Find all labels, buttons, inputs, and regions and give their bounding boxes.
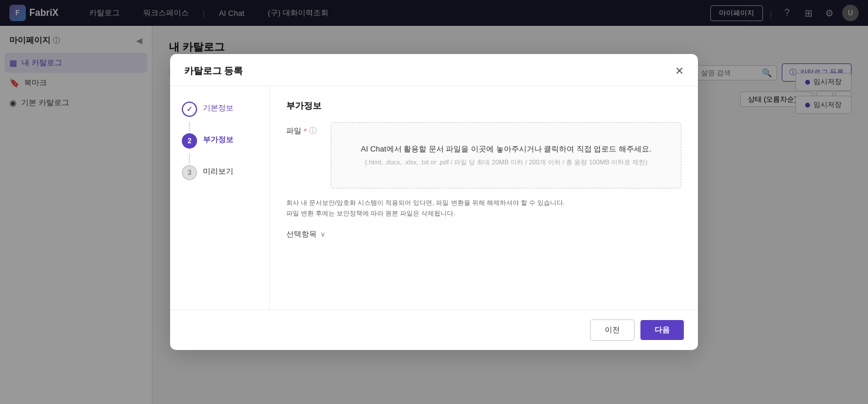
required-mark: * xyxy=(304,127,307,136)
step-connector-1 xyxy=(189,122,190,132)
step-1: 기본정보 xyxy=(182,100,257,117)
file-form-row: 파일 * ⓘ AI Chat에서 활용할 문서 파일을 이곳에 놓아주시거나 클… xyxy=(286,122,681,188)
modal-content: 부가정보 파일 * ⓘ AI Chat에서 활용할 문서 파일을 이곳에 놓아주… xyxy=(270,86,698,309)
modal-footer: 이전 다음 xyxy=(170,309,698,350)
step-2: 2 부가정보 xyxy=(182,132,257,149)
file-note: 회사 내 문서보안/암호화 시스템이 적용되어 있다면, 파일 변환을 위해 해… xyxy=(286,198,681,218)
file-drop-sub-text: (.html, .docx, .xlsx, .txt or .pdf / 파일 … xyxy=(343,158,669,167)
step-3: 3 미리보기 xyxy=(182,164,257,180)
modal-body: 기본정보 2 부가정보 3 미리보기 부가정보 xyxy=(170,86,698,309)
next-button[interactable]: 다음 xyxy=(640,320,684,340)
step-3-label: 미리보기 xyxy=(203,164,233,177)
optional-label: 선택항목 xyxy=(286,229,317,240)
file-info-icon[interactable]: ⓘ xyxy=(309,126,317,136)
modal-steps: 기본정보 2 부가정보 3 미리보기 xyxy=(170,86,270,309)
modal-overlay[interactable]: 카탈로그 등록 ✕ 기본정보 2 부가정보 3 xyxy=(0,0,868,404)
catalog-register-modal: 카탈로그 등록 ✕ 기본정보 2 부가정보 3 xyxy=(170,54,698,350)
file-drop-main-text: AI Chat에서 활용할 문서 파일을 이곳에 놓아주시거나 클릭하여 직접 … xyxy=(343,144,669,154)
chevron-down-icon: ∨ xyxy=(320,230,326,238)
step-1-circle xyxy=(182,102,197,117)
step-2-circle: 2 xyxy=(182,133,197,149)
step-1-label: 기본정보 xyxy=(203,100,233,113)
section-title: 부가정보 xyxy=(286,100,681,112)
modal-title: 카탈로그 등록 xyxy=(184,65,243,78)
optional-section: 선택항목 ∨ xyxy=(286,229,681,240)
modal-close-button[interactable]: ✕ xyxy=(675,65,684,78)
step-3-circle: 3 xyxy=(182,165,197,180)
file-label: 파일 * ⓘ xyxy=(286,122,321,136)
prev-button[interactable]: 이전 xyxy=(590,319,635,341)
step-2-label: 부가정보 xyxy=(203,132,233,145)
modal-header: 카탈로그 등록 ✕ xyxy=(170,54,698,86)
optional-toggle[interactable]: 선택항목 ∨ xyxy=(286,229,681,240)
step-connector-2 xyxy=(189,153,190,164)
file-drop-area[interactable]: AI Chat에서 활용할 문서 파일을 이곳에 놓아주시거나 클릭하여 직접 … xyxy=(331,122,681,188)
